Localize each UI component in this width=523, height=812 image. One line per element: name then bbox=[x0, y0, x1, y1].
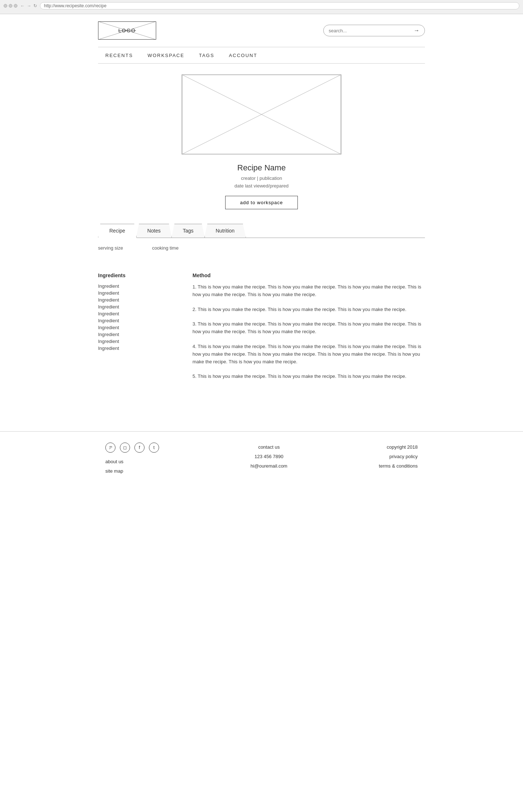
address-bar[interactable]: http://www.recipesite.com/recipe bbox=[40, 2, 519, 9]
copyright: copyright 2018 bbox=[379, 443, 418, 452]
list-item: Ingredient bbox=[98, 332, 178, 337]
serving-size-label: serving size bbox=[98, 245, 123, 251]
method-step-5: 5. This is how you make the recipe. This… bbox=[192, 373, 425, 380]
list-item: Ingredient bbox=[98, 346, 178, 351]
instagram-icon[interactable]: ◻ bbox=[120, 443, 130, 453]
tabs-list: Recipe Notes Tags Nutrition bbox=[98, 224, 425, 238]
nav-item-account[interactable]: ACCOUNT bbox=[229, 52, 257, 58]
tabs-section: Recipe Notes Tags Nutrition serving size… bbox=[98, 224, 425, 406]
method-step-2: 2. This is how you make the recipe. This… bbox=[192, 306, 425, 314]
tab-nutrition[interactable]: Nutrition bbox=[204, 224, 246, 238]
footer-email: hi@ouremail.com bbox=[251, 461, 287, 471]
ingredients-list: Ingredient Ingredient Ingredient Ingredi… bbox=[98, 283, 178, 351]
list-item: Ingredient bbox=[98, 339, 178, 344]
method-header: Method bbox=[192, 272, 425, 278]
tab-tags[interactable]: Tags bbox=[171, 224, 205, 238]
recipe-info: Recipe Name creator | publication date l… bbox=[98, 163, 425, 209]
site-footer: 𝓟 ◻ f t about us site map contact us 123… bbox=[0, 431, 523, 487]
recipe-tab-content: serving size cooking time Ingredients In… bbox=[98, 238, 425, 406]
nav-refresh[interactable]: ↻ bbox=[33, 3, 37, 8]
contact-label: contact us bbox=[251, 443, 287, 452]
footer-left: 𝓟 ◻ f t about us site map bbox=[105, 443, 159, 476]
nav-back[interactable]: ← bbox=[20, 3, 25, 8]
recipe-creator: creator | publication bbox=[98, 175, 425, 181]
facebook-icon[interactable]: f bbox=[134, 443, 145, 453]
browser-chrome: ← → ↻ http://www.recipesite.com/recipe bbox=[0, 0, 523, 14]
logo[interactable]: LOGO bbox=[98, 21, 156, 40]
method-step-3: 3. This is how you make the recipe. This… bbox=[192, 320, 425, 336]
nav-item-recents[interactable]: RECENTS bbox=[105, 52, 133, 58]
main-content: Recipe Name creator | publication date l… bbox=[98, 64, 425, 417]
footer-center: contact us 123 456 7890 hi@ouremail.com bbox=[251, 443, 287, 471]
list-item: Ingredient bbox=[98, 311, 178, 316]
footer-right: copyright 2018 privacy policy terms & co… bbox=[379, 443, 418, 471]
search-box: → bbox=[323, 25, 425, 36]
search-input[interactable] bbox=[329, 28, 411, 33]
main-nav: RECENTS WORKSPACE TAGS ACCOUNT bbox=[98, 47, 425, 64]
method-step-4: 4. This is how you make the recipe. This… bbox=[192, 343, 425, 365]
serving-row: serving size cooking time bbox=[98, 245, 425, 251]
method-column: Method 1. This is how you make the recip… bbox=[192, 272, 425, 388]
browser-dot-close[interactable] bbox=[4, 4, 7, 8]
add-workspace-button[interactable]: add to workspace bbox=[225, 196, 298, 209]
privacy-policy-link[interactable]: privacy policy bbox=[379, 452, 418, 461]
recipe-name: Recipe Name bbox=[98, 163, 425, 173]
nav-item-tags[interactable]: TAGS bbox=[199, 52, 214, 58]
twitter-icon[interactable]: t bbox=[149, 443, 159, 453]
tab-notes[interactable]: Notes bbox=[136, 224, 172, 238]
recipe-body: Ingredients Ingredient Ingredient Ingred… bbox=[98, 262, 425, 399]
search-arrow-icon[interactable]: → bbox=[414, 27, 419, 34]
about-us-link[interactable]: about us bbox=[105, 457, 159, 466]
browser-dot-minimize[interactable] bbox=[9, 4, 12, 8]
cooking-time-label: cooking time bbox=[152, 245, 179, 251]
pinterest-icon[interactable]: 𝓟 bbox=[105, 443, 115, 453]
nav-forward[interactable]: → bbox=[27, 3, 31, 8]
nav-list: RECENTS WORKSPACE TAGS ACCOUNT bbox=[105, 47, 418, 63]
footer-social: 𝓟 ◻ f t bbox=[105, 443, 159, 453]
ingredients-header: Ingredients bbox=[98, 272, 178, 278]
method-step-1: 1. This is how you make the recipe. This… bbox=[192, 283, 425, 299]
recipe-date: date last viewed/prepared bbox=[98, 183, 425, 189]
list-item: Ingredient bbox=[98, 283, 178, 289]
list-item: Ingredient bbox=[98, 304, 178, 310]
terms-link[interactable]: terms & conditions bbox=[379, 461, 418, 471]
nav-item-workspace[interactable]: WORKSPACE bbox=[147, 52, 185, 58]
footer-links: about us site map bbox=[105, 457, 159, 476]
recipe-image-placeholder bbox=[182, 74, 341, 154]
logo-text: LOGO bbox=[118, 28, 136, 33]
list-item: Ingredient bbox=[98, 297, 178, 303]
list-item: Ingredient bbox=[98, 290, 178, 296]
list-item: Ingredient bbox=[98, 318, 178, 323]
site-map-link[interactable]: site map bbox=[105, 466, 159, 476]
recipe-image-wrap bbox=[98, 74, 425, 154]
footer-inner: 𝓟 ◻ f t about us site map contact us 123… bbox=[98, 443, 425, 476]
browser-nav: ← → ↻ bbox=[20, 3, 37, 8]
footer-phone: 123 456 7890 bbox=[251, 452, 287, 461]
site-header: LOGO → bbox=[0, 14, 523, 47]
browser-dot-maximize[interactable] bbox=[14, 4, 17, 8]
list-item: Ingredient bbox=[98, 325, 178, 330]
ingredients-column: Ingredients Ingredient Ingredient Ingred… bbox=[98, 272, 178, 388]
tab-recipe[interactable]: Recipe bbox=[98, 224, 137, 238]
